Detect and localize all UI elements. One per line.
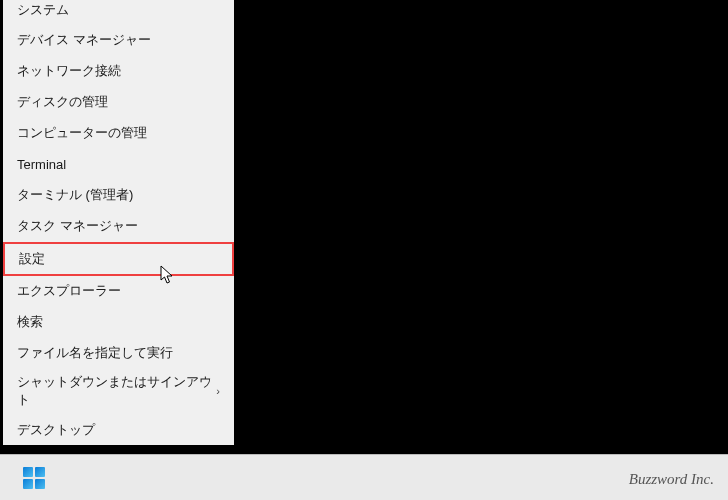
winx-context-menu: システム デバイス マネージャー ネットワーク接続 ディスクの管理 コンピュータ… [3, 0, 234, 445]
menu-item-settings[interactable]: 設定 [3, 242, 234, 276]
menu-item-system[interactable]: システム [3, 0, 234, 25]
menu-item-terminal[interactable]: Terminal [3, 149, 234, 180]
menu-item-task-manager[interactable]: タスク マネージャー [3, 211, 234, 242]
menu-item-explorer[interactable]: エクスプローラー [3, 276, 234, 307]
menu-item-computer-management[interactable]: コンピューターの管理 [3, 118, 234, 149]
menu-item-label: ネットワーク接続 [17, 62, 121, 80]
menu-item-label: コンピューターの管理 [17, 124, 147, 142]
menu-item-label: ターミナル (管理者) [17, 186, 133, 204]
menu-item-disk-management[interactable]: ディスクの管理 [3, 87, 234, 118]
menu-item-run[interactable]: ファイル名を指定して実行 [3, 338, 234, 369]
menu-item-label: エクスプローラー [17, 282, 121, 300]
menu-item-label: タスク マネージャー [17, 217, 138, 235]
menu-item-label: シャットダウンまたはサインアウト [17, 373, 216, 409]
taskbar: Buzzword Inc. [0, 454, 728, 500]
menu-item-label: デバイス マネージャー [17, 31, 151, 49]
menu-item-desktop[interactable]: デスクトップ [3, 414, 234, 445]
menu-item-label: ディスクの管理 [17, 93, 108, 111]
menu-item-label: デスクトップ [17, 421, 95, 439]
menu-item-shutdown-signout[interactable]: シャットダウンまたはサインアウト › [3, 369, 234, 415]
menu-item-label: ファイル名を指定して実行 [17, 344, 173, 362]
menu-item-label: 検索 [17, 313, 43, 331]
menu-item-label: 設定 [19, 250, 45, 268]
menu-item-label: Terminal [17, 157, 66, 172]
menu-item-label: システム [17, 1, 69, 19]
chevron-right-icon: › [216, 385, 220, 397]
menu-item-terminal-admin[interactable]: ターミナル (管理者) [3, 180, 234, 211]
start-button[interactable] [18, 462, 50, 494]
windows-logo-icon [23, 467, 45, 489]
menu-item-device-manager[interactable]: デバイス マネージャー [3, 25, 234, 56]
menu-item-network-connections[interactable]: ネットワーク接続 [3, 56, 234, 87]
menu-item-search[interactable]: 検索 [3, 307, 234, 338]
watermark: Buzzword Inc. [629, 471, 714, 488]
